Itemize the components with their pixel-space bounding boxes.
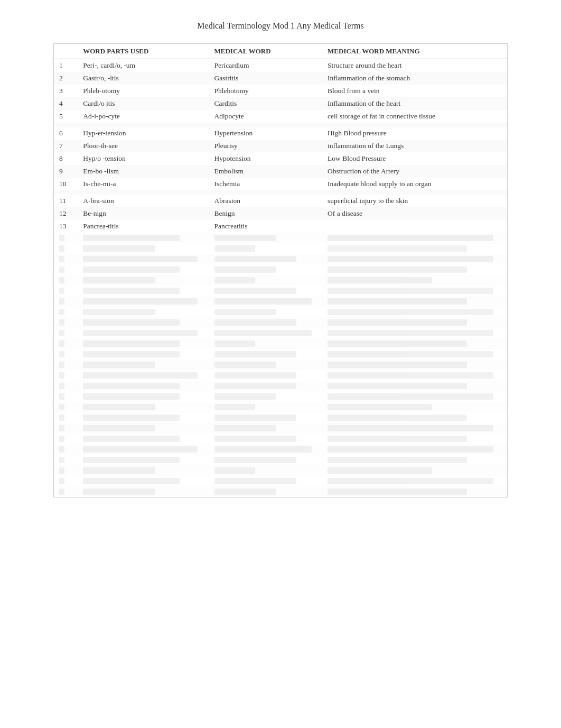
row-meaning: Inflammation of the heart [322,97,507,110]
blurred-cell [322,370,507,381]
col-header-meaning: MEDICAL WORD MEANING [322,44,507,59]
row-word-parts: Gastr/o, -itis [78,72,209,85]
row-word-parts: Em-bo -lism [78,165,209,178]
row-number: 6 [54,127,78,140]
blurred-table-row [54,402,507,412]
row-meaning: Low Blood Pressure [322,152,507,165]
row-word-parts: Hyp-er-tension [78,127,209,140]
blurred-table-row [54,233,507,243]
spacer-row [54,123,507,127]
blurred-cell [209,402,323,412]
blurred-cell [78,349,209,360]
row-meaning: Structure around the heart [322,59,507,72]
row-number: 8 [54,152,78,165]
row-number: 4 [54,97,78,110]
blurred-cell [54,285,78,296]
blurred-cell [78,402,209,412]
blurred-cell [209,444,323,455]
blurred-table-row [54,423,507,434]
table-row: 3Phleb-otomyPhlebotomyBlood from a vein [54,85,507,97]
blurred-cell [54,360,78,370]
blurred-cell [54,370,78,381]
row-word-parts: A-bra-sion [78,195,209,207]
blurred-cell [78,254,209,264]
blurred-cell [322,391,507,402]
blurred-cell [78,486,209,497]
blurred-cell [209,243,323,254]
row-meaning: Obstruction of the Artery [322,165,507,178]
blurred-cell [209,349,323,360]
blurred-cell [322,254,507,264]
row-word-parts: Is-che-mi-a [78,178,209,190]
table-row: 7Ploor-ih-seePleurisyinflammation of the… [54,140,507,152]
blurred-cell [322,455,507,465]
blurred-cell [209,264,323,275]
blurred-cell [322,476,507,486]
row-number: 5 [54,110,78,123]
blurred-cell [54,233,78,243]
blurred-cell [78,423,209,434]
blurred-cell [78,275,209,285]
table-row: 9Em-bo -lismEmbolismObstruction of the A… [54,165,507,178]
blurred-cell [209,233,323,243]
blurred-cell [78,317,209,328]
row-word-parts: Cardi/o itis [78,97,209,110]
blurred-cell [209,328,323,338]
blurred-cell [209,381,323,391]
table-header-row: WORD PARTS USED MEDICAL WORD MEDICAL WOR… [54,44,507,59]
blurred-cell [54,307,78,317]
table-row: 12Be-nignBenignOf a disease [54,207,507,220]
blurred-cell [209,486,323,497]
blurred-table-row [54,338,507,349]
row-medical-word: Phlebotomy [209,85,323,97]
blurred-cell [54,434,78,444]
blurred-cell [322,307,507,317]
blurred-cell [78,455,209,465]
table-row: 10Is-che-mi-aIschemiaInadequate blood su… [54,178,507,190]
row-number: 9 [54,165,78,178]
blurred-cell [54,391,78,402]
col-header-medical-word: MEDICAL WORD [209,44,323,59]
row-medical-word: Benign [209,207,323,220]
blurred-cell [78,391,209,402]
blurred-table-row [54,412,507,423]
blurred-cell [322,402,507,412]
blurred-table-row [54,296,507,307]
blurred-cell [322,412,507,423]
row-medical-word: Gastritis [209,72,323,85]
row-medical-word: Embolism [209,165,323,178]
blurred-cell [209,317,323,328]
row-number: 2 [54,72,78,85]
blurred-cell [54,381,78,391]
blurred-cell [78,296,209,307]
row-number: 7 [54,140,78,152]
table-row: 6Hyp-er-tensionHypertensionHigh Blood pr… [54,127,507,140]
blurred-table-row [54,328,507,338]
blurred-cell [322,243,507,254]
blurred-cell [78,360,209,370]
blurred-cell [78,370,209,381]
row-medical-word: Pancreatitis [209,220,323,233]
row-number: 1 [54,59,78,72]
table-row: 8Hyp/o -tensionHypotensionLow Blood Pres… [54,152,507,165]
col-header-num [54,44,78,59]
row-word-parts: Hyp/o -tension [78,152,209,165]
row-number: 11 [54,195,78,207]
blurred-cell [54,349,78,360]
row-word-parts: Peri-, cardi/o, -um [78,59,209,72]
row-meaning: Blood from a vein [322,85,507,97]
blurred-table-row [54,243,507,254]
blurred-cell [209,391,323,402]
row-meaning: inflammation of the Lungs [322,140,507,152]
row-medical-word: Carditis [209,97,323,110]
blurred-cell [209,307,323,317]
row-number: 13 [54,220,78,233]
blurred-cell [209,455,323,465]
table-row: 5Ad-i-po-cyteAdipocytecell storage of fa… [54,110,507,123]
blurred-table-row [54,370,507,381]
blurred-cell [54,476,78,486]
table-row: 13Pancrea-titisPancreatitis [54,220,507,233]
row-word-parts: Phleb-otomy [78,85,209,97]
blurred-table-row [54,455,507,465]
blurred-cell [78,381,209,391]
